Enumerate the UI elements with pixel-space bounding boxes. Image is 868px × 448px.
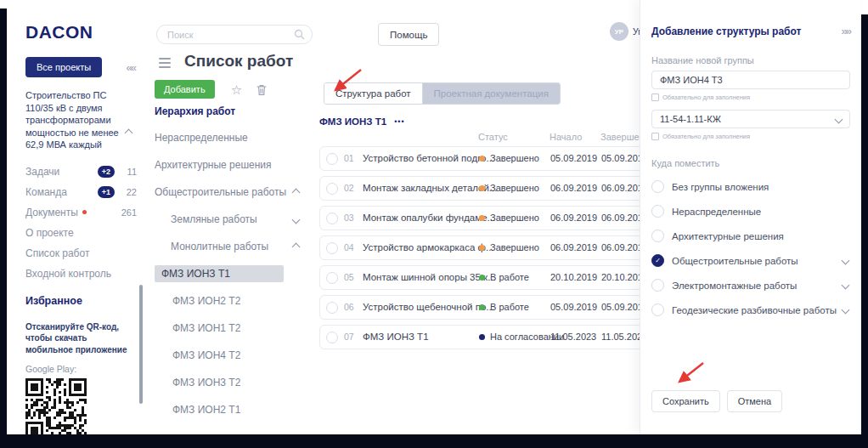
- radio-button[interactable]: [651, 303, 664, 316]
- row-title: Монтаж опалубки фундаме...: [363, 213, 495, 223]
- tree-item-label: ФМЗ ИОН2 Т2: [172, 295, 240, 307]
- trash-icon[interactable]: [256, 83, 268, 96]
- table-row[interactable]: 07ФМЗ ИОНЗ Т1На согласовании11.05.202311…: [319, 325, 640, 349]
- avatar[interactable]: УР: [610, 22, 628, 41]
- required-hint: Обязательно для заполнения: [662, 94, 750, 101]
- status-dot: [479, 245, 485, 251]
- tree-item[interactable]: Земляные работы: [155, 211, 301, 228]
- tree-item-label: Нераспределенные: [155, 132, 248, 144]
- chevron-down-icon[interactable]: [842, 306, 850, 315]
- sidebar-menu-item[interactable]: Входной контроль: [7, 264, 144, 284]
- sidebar-collapse-icon[interactable]: ««: [127, 61, 135, 74]
- placement-option[interactable]: ✓Общестроительные работы: [651, 254, 850, 267]
- menu-badge: +1: [98, 186, 115, 198]
- row-checkbox[interactable]: [326, 213, 338, 224]
- all-projects-button[interactable]: Все проекты: [25, 57, 102, 77]
- table-row[interactable]: 04Устройство армокаркаса ф...Завершено06…: [319, 235, 640, 260]
- sidebar-item-favorites[interactable]: Избранное: [7, 291, 144, 311]
- radio-button[interactable]: [651, 205, 664, 218]
- tree-item[interactable]: Общестроительные работы: [155, 184, 301, 201]
- chevron-down-icon[interactable]: [292, 216, 301, 224]
- row-title: Монтаж шинной опоры 35 к...: [363, 272, 496, 282]
- table-row[interactable]: 05Монтаж шинной опоры 35 к...В работе20.…: [319, 265, 640, 290]
- group-name-input[interactable]: ФМЗ ИОН4 Т3: [651, 71, 850, 89]
- search-field[interactable]: [156, 25, 313, 44]
- required-hint: Обязательно для заполнения: [662, 133, 750, 140]
- row-title: ФМЗ ИОНЗ Т1: [363, 332, 429, 342]
- cancel-button[interactable]: Отмена: [727, 390, 782, 412]
- row-checkbox[interactable]: [326, 183, 338, 195]
- placement-option[interactable]: Электромонтажные работы: [651, 279, 850, 292]
- sidebar-menu-item[interactable]: Команда+122: [7, 182, 144, 202]
- sidebar-menu-item[interactable]: Задачи+211: [7, 162, 144, 182]
- help-button[interactable]: Помощь: [378, 23, 439, 46]
- work-list-area: Помощь УР Ум Структура работПроектная до…: [314, 0, 640, 434]
- search-input[interactable]: [166, 29, 294, 41]
- radio-button[interactable]: [651, 279, 664, 292]
- table-row[interactable]: 02Монтаж закладных деталей...Завершено06…: [319, 176, 640, 201]
- end-date: 06.09.2019: [601, 183, 640, 193]
- sidebar-menu-item[interactable]: Список работ: [7, 243, 144, 264]
- tree-item[interactable]: Нераспределенные: [155, 129, 301, 146]
- chevron-down-icon[interactable]: [842, 281, 850, 290]
- end-date: 05.09.2019: [601, 302, 640, 312]
- tree-item[interactable]: ФМЗ ИОН2 Т2: [155, 292, 301, 309]
- tab[interactable]: Проектная документация: [423, 83, 560, 104]
- chevron-up-icon[interactable]: [125, 129, 133, 138]
- add-button[interactable]: Добавить: [155, 80, 215, 99]
- placement-option[interactable]: Архитектурные решения: [651, 230, 850, 242]
- chevron-up-icon[interactable]: [292, 189, 301, 197]
- row-checkbox[interactable]: [326, 153, 338, 165]
- required-checkbox[interactable]: [651, 133, 659, 140]
- radio-button[interactable]: [651, 180, 664, 193]
- user-menu[interactable]: УР Ум: [610, 22, 640, 41]
- tree-item[interactable]: ФМЗ ИОНЗ Т1: [155, 265, 284, 282]
- radio-button[interactable]: [651, 230, 664, 242]
- option-label: Геодезические разбивочные работы: [672, 305, 837, 315]
- end-date: 06.09.2019: [601, 213, 640, 223]
- qr-hint-text: Отсканируйте QR-код, чтобы скачать мобил…: [25, 321, 128, 356]
- placement-option[interactable]: Геодезические разбивочные работы: [651, 303, 850, 316]
- group-menu-icon[interactable]: •••: [394, 117, 404, 126]
- table-row[interactable]: 06Устройство щебеночной по...В работе05.…: [319, 295, 640, 320]
- chevron-down-icon[interactable]: [842, 257, 850, 265]
- chevron-up-icon[interactable]: [292, 243, 301, 252]
- menu-item-label: О проекте: [25, 227, 74, 239]
- row-checkbox[interactable]: [326, 332, 338, 343]
- status-dot: [479, 275, 485, 281]
- row-checkbox[interactable]: [326, 302, 338, 314]
- code-select[interactable]: 11-54-1.11-КЖ: [651, 110, 850, 128]
- group-title: ФМЗ ИОНЗ Т1: [319, 116, 386, 127]
- save-button[interactable]: Сохранить: [651, 390, 720, 412]
- tree-item[interactable]: ФМЗ ИОН1 Т2: [155, 320, 301, 337]
- row-title: Устройство щебеночной по...: [363, 302, 494, 312]
- star-icon[interactable]: ☆: [231, 83, 242, 96]
- work-table: 01Устройство бетонной подго...Завершено0…: [319, 146, 640, 354]
- required-checkbox[interactable]: [651, 94, 659, 101]
- radio-button[interactable]: ✓: [651, 254, 664, 267]
- sidebar-scrollbar[interactable]: [139, 285, 143, 404]
- sidebar-menu-item[interactable]: О проекте: [7, 223, 144, 243]
- panel-collapse-icon[interactable]: »»: [842, 25, 850, 37]
- menu-item-label: Задачи: [25, 166, 59, 178]
- tree-item[interactable]: Монолитные работы: [155, 238, 301, 255]
- row-checkbox[interactable]: [326, 272, 338, 284]
- tree-item-label: ФМЗ ИОНЗ Т1: [161, 268, 230, 280]
- menu-icon[interactable]: [159, 58, 171, 71]
- tree-item[interactable]: ФМЗ ИОН4 Т2: [155, 347, 301, 364]
- google-play-qr-code: [25, 378, 87, 439]
- tree-item[interactable]: Архитектурные решения: [155, 156, 301, 173]
- placement-option[interactable]: Нераспределенные: [651, 205, 850, 218]
- tree-item[interactable]: ФМЗ ИОН3 Т2: [155, 374, 301, 391]
- option-label: Без группы вложения: [672, 182, 769, 192]
- placement-option[interactable]: Без группы вложения: [651, 180, 850, 193]
- table-row[interactable]: 01Устройство бетонной подго...Завершено0…: [319, 146, 640, 171]
- row-title: Устройство армокаркаса ф...: [363, 242, 494, 252]
- table-row[interactable]: 03Монтаж опалубки фундаме...Завершено06.…: [319, 206, 640, 230]
- row-checkbox[interactable]: [326, 242, 338, 254]
- google-play-label: Google Play:: [25, 364, 144, 374]
- tab[interactable]: Структура работ: [324, 83, 423, 104]
- add-structure-panel: Добавление структуры работ »» Название н…: [640, 0, 861, 434]
- sidebar-menu-item[interactable]: Документы261: [7, 202, 144, 223]
- tree-item[interactable]: ФМЗ ИОН2 Т1: [155, 401, 301, 418]
